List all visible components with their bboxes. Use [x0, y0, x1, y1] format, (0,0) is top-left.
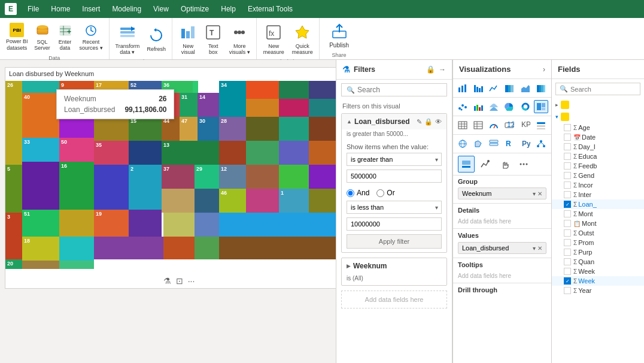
- viz-map[interactable]: [455, 137, 470, 150]
- viz-expand-icon[interactable]: ›: [543, 65, 545, 74]
- ribbon-top-modeling[interactable]: Modeling: [107, 4, 146, 14]
- add-data-fields[interactable]: Add data fields here: [341, 291, 447, 308]
- field-item-mont1[interactable]: Σ Mont: [552, 209, 644, 219]
- viz-table[interactable]: [455, 119, 470, 132]
- field-item-week2[interactable]: ✓ Σ Week: [552, 276, 644, 286]
- viz-r-script[interactable]: R: [502, 137, 517, 150]
- field-item-age[interactable]: Σ Age: [552, 123, 644, 132]
- viz-slicer[interactable]: [534, 119, 548, 132]
- viz-kpi[interactable]: KPI: [518, 119, 533, 132]
- field-checkbox-date[interactable]: [564, 134, 571, 141]
- ribbon-top-view[interactable]: View: [148, 4, 174, 14]
- viz-shape-map[interactable]: [471, 137, 485, 150]
- viz-card[interactable]: 123: [502, 119, 517, 132]
- ribbon-top-home[interactable]: Home: [46, 4, 75, 14]
- filters-search-input[interactable]: [357, 86, 442, 94]
- field-checkbox-day[interactable]: [564, 143, 571, 150]
- viz-tooltips-placeholder[interactable]: Add data fields here: [458, 271, 546, 280]
- viz-matrix[interactable]: [471, 119, 485, 132]
- field-item-outst[interactable]: Σ Outst: [552, 228, 644, 238]
- viz-loan-x[interactable]: ✕: [537, 245, 542, 252]
- more-visuals-button[interactable]: Morevisuals ▾: [226, 20, 253, 58]
- filter-card-weeknum-header[interactable]: ▶ Weeknum: [342, 258, 446, 274]
- quick-measure-button[interactable]: Quickmeasure: [289, 20, 315, 58]
- ribbon-top-optimize[interactable]: Optimize: [176, 4, 214, 14]
- field-checkbox-loan[interactable]: ✓: [564, 201, 571, 208]
- viz-python[interactable]: Py: [518, 137, 533, 150]
- filters-arrow-icon[interactable]: →: [439, 65, 446, 74]
- viz-scatter[interactable]: [455, 100, 470, 113]
- viz-waterfall[interactable]: [471, 100, 485, 113]
- field-checkbox-inter[interactable]: [564, 191, 571, 198]
- viz-treemap[interactable]: [534, 100, 548, 113]
- field-checkbox-week1[interactable]: [564, 268, 571, 275]
- field-item-feedb[interactable]: Σ Feedb: [552, 161, 644, 171]
- viz-loan-pill[interactable]: Loan_disbursed ▾ ✕: [458, 242, 546, 254]
- viz-stacked-bar[interactable]: [502, 81, 517, 95]
- viz-area-chart[interactable]: [518, 81, 533, 95]
- new-measure-button[interactable]: fx Newmeasure: [260, 20, 287, 58]
- viz-column-chart[interactable]: [471, 81, 485, 95]
- viz-loan-chevron[interactable]: ▾: [533, 245, 536, 252]
- field-checkbox-week2[interactable]: ✓: [564, 277, 571, 285]
- field-item-prom[interactable]: Σ Prom: [552, 238, 644, 247]
- filter-condition1-select[interactable]: is greater than is less than is equal to…: [347, 153, 442, 166]
- enter-data-button[interactable]: + Enterdata: [54, 21, 76, 53]
- viz-weeknum-pill[interactable]: Weeknum ▾ ✕: [458, 187, 546, 199]
- field-checkbox-educa[interactable]: [564, 153, 571, 160]
- viz-details-placeholder[interactable]: Add data fields here: [458, 217, 546, 226]
- field-item-year[interactable]: Σ Year: [552, 286, 644, 295]
- viz-ribbon[interactable]: [487, 100, 501, 113]
- ribbon-top-insert[interactable]: Insert: [77, 4, 105, 14]
- field-checkbox-prom[interactable]: [564, 239, 571, 246]
- viz-hand-icon[interactable]: [496, 156, 513, 173]
- viz-bar-chart[interactable]: [455, 81, 470, 95]
- viz-weeknum-chevron[interactable]: ▾: [533, 190, 536, 197]
- viz-100-stacked[interactable]: [534, 81, 548, 95]
- viz-donut[interactable]: [518, 100, 533, 113]
- fields-search-input[interactable]: [570, 86, 636, 93]
- field-item-incor[interactable]: Σ Incor: [552, 180, 644, 190]
- filter-value1-input[interactable]: [347, 170, 442, 183]
- field-item-loan[interactable]: ✓ Σ Loan_: [552, 199, 644, 209]
- filter-card-loan-header[interactable]: ▲ Loan_disbursed ✎ 🔒 👁: [342, 114, 446, 129]
- filter-radio-or[interactable]: Or: [376, 189, 394, 197]
- transform-data-button[interactable]: Transformdata ▾: [113, 20, 142, 58]
- fields-search-box[interactable]: 🔍: [555, 83, 640, 95]
- filters-search-box[interactable]: 🔍: [341, 83, 447, 96]
- field-group-header-1[interactable]: ▸: [552, 99, 644, 111]
- power-bi-datasets-button[interactable]: PBI Power BIdatasets: [4, 20, 31, 54]
- filter-value2-input[interactable]: [347, 217, 442, 231]
- new-visual-button[interactable]: Newvisual: [176, 20, 200, 58]
- viz-decomp-tree[interactable]: [534, 137, 548, 150]
- refresh-button[interactable]: Refresh: [144, 23, 168, 55]
- field-item-educa[interactable]: Σ Educa: [552, 152, 644, 161]
- field-item-inter[interactable]: Σ Inter: [552, 190, 644, 199]
- field-checkbox-mont1[interactable]: [564, 210, 571, 217]
- filter-radio-and[interactable]: And: [347, 189, 369, 197]
- visual-focus-icon[interactable]: ⊡: [176, 276, 183, 286]
- ribbon-top-help[interactable]: Help: [216, 4, 241, 14]
- viz-weeknum-x[interactable]: ✕: [537, 190, 542, 197]
- field-group-header-2[interactable]: ▾: [552, 111, 644, 123]
- viz-gauge[interactable]: [487, 119, 501, 132]
- field-item-mont2[interactable]: 📋 Mont: [552, 219, 644, 228]
- field-item-gend[interactable]: Σ Gend: [552, 171, 644, 180]
- recent-sources-button[interactable]: Recentsources ▾: [77, 21, 105, 53]
- viz-line-chart[interactable]: [487, 81, 501, 95]
- viz-multi-row-card[interactable]: [487, 137, 501, 150]
- text-box-button[interactable]: T Textbox: [201, 20, 225, 58]
- field-checkbox-feedb[interactable]: [564, 162, 571, 170]
- field-checkbox-mont2[interactable]: [564, 220, 571, 227]
- viz-analytics-icon[interactable]: [477, 156, 494, 173]
- field-checkbox-purp[interactable]: [564, 249, 571, 256]
- field-checkbox-incor[interactable]: [564, 182, 571, 189]
- field-checkbox-quan[interactable]: [564, 258, 571, 265]
- ribbon-top-file[interactable]: File: [23, 4, 44, 14]
- filter-card-eye-icon[interactable]: 👁: [435, 118, 442, 126]
- publish-button[interactable]: Publish: [324, 19, 354, 51]
- field-checkbox-age[interactable]: [564, 124, 571, 131]
- filter-condition2-select[interactable]: is less than is greater than is equal to: [347, 201, 442, 214]
- visual-more-icon[interactable]: ···: [188, 276, 195, 286]
- field-item-purp[interactable]: Σ Purp: [552, 247, 644, 257]
